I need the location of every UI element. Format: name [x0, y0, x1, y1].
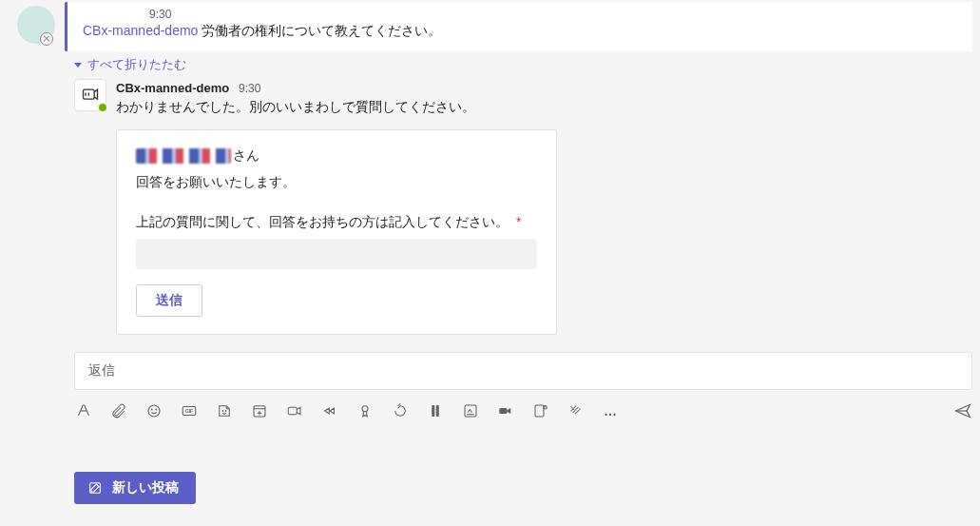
more-options-icon[interactable]: … [602, 401, 621, 420]
bot-reply: CBx-manned-demo 9:30 わかりませんでした。別のいいまわしで質… [74, 79, 972, 335]
reply-author[interactable]: CBx-manned-demo [116, 81, 229, 95]
mention-name-redacted [136, 148, 231, 164]
compose-icon [87, 480, 103, 496]
schedule-meeting-icon[interactable] [250, 401, 269, 420]
svg-text:GIF: GIF [185, 409, 193, 414]
collapse-row[interactable]: すべて折りたたむ [74, 57, 972, 73]
post-text: 労働者の権利について教えてください。 [202, 23, 441, 38]
compose-toolbar: GIF … [74, 394, 972, 428]
svg-rect-14 [288, 407, 297, 415]
reply-text: わかりませんでした。別のいいまわしで質問してください。 [116, 99, 972, 116]
mention-honorific: さん [233, 147, 259, 165]
svg-rect-17 [436, 405, 439, 417]
attach-icon[interactable] [109, 401, 128, 420]
svg-point-9 [225, 410, 226, 411]
post-author[interactable]: CBx-manned-demo [83, 23, 198, 38]
svg-rect-20 [499, 408, 507, 414]
avatar-column [8, 2, 65, 44]
stream-icon[interactable] [320, 401, 339, 420]
loop-icon[interactable] [391, 401, 410, 420]
chevron-down-icon [74, 63, 82, 68]
approvals-icon[interactable] [426, 401, 445, 420]
svg-point-8 [222, 410, 223, 411]
new-post-button[interactable]: 新しい投稿 [74, 472, 196, 504]
close-badge-icon [40, 32, 53, 46]
gif-icon[interactable]: GIF [180, 401, 199, 420]
emoji-icon[interactable] [144, 401, 163, 420]
presence-available-icon [97, 102, 108, 113]
reply-input[interactable]: 返信 [74, 352, 972, 390]
card-subtitle: 回答をお願いいたします。 [136, 174, 537, 191]
sticker-icon[interactable] [215, 401, 234, 420]
post-card: 9:30 CBx-manned-demo 労働者の権利について教えてください。 [65, 2, 972, 51]
bot-icon [81, 86, 100, 105]
answer-input[interactable] [136, 239, 537, 269]
bot-avatar-column [74, 79, 116, 111]
user-avatar[interactable] [17, 6, 55, 44]
adaptive-card: さん 回答をお願いいたします。 上記の質問に関して、回答をお持ちの方は記入してく… [116, 129, 557, 335]
svg-point-3 [148, 405, 160, 417]
required-mark: * [516, 214, 521, 229]
viva-icon[interactable] [461, 401, 480, 420]
polls-icon[interactable] [567, 401, 586, 420]
post-timestamp: 9:30 [149, 8, 957, 21]
send-icon[interactable] [953, 401, 972, 420]
praise-icon[interactable] [355, 401, 375, 420]
reply-timestamp: 9:30 [239, 82, 260, 95]
card-mention-row: さん [136, 147, 537, 165]
post-line: CBx-manned-demo 労働者の権利について教えてください。 [83, 23, 957, 40]
format-icon[interactable] [74, 401, 93, 420]
svg-point-15 [362, 405, 368, 411]
svg-point-5 [156, 409, 157, 410]
card-prompt-text: 上記の質問に関して、回答をお持ちの方は記入してください。 [136, 214, 509, 229]
svg-rect-16 [432, 405, 434, 417]
svg-rect-21 [535, 405, 544, 417]
submit-button[interactable]: 送信 [136, 284, 202, 317]
original-post: 9:30 CBx-manned-demo 労働者の権利について教えてください。 [8, 2, 972, 51]
video-clip-icon[interactable] [285, 401, 304, 420]
updates-icon[interactable] [531, 401, 550, 420]
meet-now-icon[interactable] [496, 401, 515, 420]
collapse-all-link[interactable]: すべて折りたたむ [87, 57, 186, 73]
svg-point-4 [151, 409, 152, 410]
reply-body: CBx-manned-demo 9:30 わかりませんでした。別のいいまわしで質… [116, 79, 972, 335]
new-post-label: 新しい投稿 [112, 479, 179, 497]
bot-avatar[interactable] [74, 79, 106, 111]
card-prompt: 上記の質問に関して、回答をお持ちの方は記入してください。 * [136, 214, 537, 231]
